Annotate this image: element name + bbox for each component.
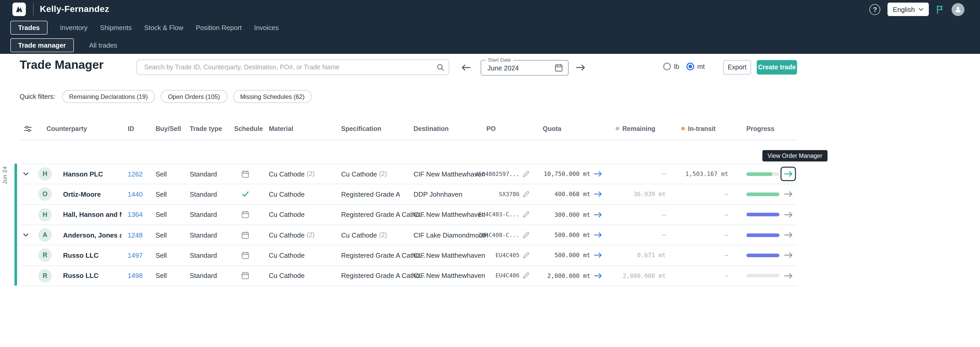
tab-trade-manager[interactable]: Trade manager — [10, 38, 74, 52]
trade-id-link[interactable]: 1498 — [128, 272, 143, 280]
quota-arrow-icon[interactable] — [594, 212, 602, 218]
destination-value: CIF New Matthewhaven — [414, 170, 485, 178]
open-order-manager-button[interactable] — [781, 248, 796, 263]
remaining-value: 36.939 mt — [633, 191, 666, 198]
trade-id-link[interactable]: 1440 — [128, 190, 143, 198]
po-value: EU4C405 — [495, 252, 519, 259]
tab-stock-flow[interactable]: Stock & Flow — [144, 24, 183, 31]
search-input[interactable] — [137, 59, 449, 75]
counterparty-name: Hall, Hanson and Miller — [63, 211, 121, 219]
quota-arrow-icon[interactable] — [594, 252, 602, 259]
filter-chip-open-orders[interactable]: Open Orders (105) — [161, 90, 227, 103]
table-row: A Anderson, Jones and ... 1248 Sell Stan… — [20, 225, 797, 246]
tab-all-trades[interactable]: All trades — [89, 41, 117, 49]
next-period-button[interactable] — [574, 61, 587, 74]
help-icon[interactable]: ? — [870, 4, 880, 15]
edit-po-icon[interactable] — [523, 191, 529, 198]
edit-po-icon[interactable] — [523, 211, 529, 218]
material-count: (2) — [307, 231, 315, 238]
row-expander[interactable] — [20, 225, 32, 245]
specification-value: Registered Grade A — [341, 190, 400, 198]
trades-table-body: H Hanson PLC 1262 Sell Standard Cu Catho… — [20, 163, 797, 286]
schedule-calendar-icon[interactable] — [228, 246, 262, 265]
tab-inventory[interactable]: Inventory — [60, 24, 88, 31]
arrow-right-icon — [784, 273, 792, 279]
start-date-label: Start Date — [486, 57, 513, 62]
schedule-calendar-icon[interactable] — [228, 205, 262, 225]
open-order-manager-button[interactable] — [781, 187, 796, 201]
open-order-manager-button[interactable] — [781, 166, 796, 181]
flag-icon[interactable] — [936, 5, 944, 14]
app-header: Kelly-Fernandez ? English — [0, 0, 980, 19]
trade-id-link[interactable]: 1248 — [128, 231, 143, 239]
tab-position-report[interactable]: Position Report — [196, 24, 242, 31]
quota-arrow-icon[interactable] — [594, 171, 602, 177]
trade-id-link[interactable]: 1497 — [128, 251, 143, 259]
po-value: EU4C403-C... — [478, 211, 519, 218]
arrow-left-icon — [461, 64, 471, 70]
edit-po-icon[interactable] — [523, 272, 529, 279]
table-row: H Hall, Hanson and Miller 1364 Sell Stan… — [20, 205, 797, 225]
quota-arrow-icon[interactable] — [594, 273, 602, 279]
arrow-right-icon — [784, 212, 792, 218]
open-order-manager-button[interactable] — [781, 269, 796, 283]
trade-id-link[interactable]: 1364 — [128, 211, 143, 219]
in-transit-value: – — [725, 272, 728, 280]
buy-sell-value: Sell — [156, 170, 167, 178]
company-name: Kelly-Fernandez — [40, 4, 109, 14]
tooltip-view-order-manager: View Order Manager — [762, 150, 827, 162]
trade-type-value: Standard — [190, 272, 217, 280]
tab-shipments[interactable]: Shipments — [100, 24, 132, 31]
column-in-transit: In-transit — [675, 125, 740, 132]
quota-arrow-icon[interactable] — [594, 191, 602, 197]
quota-arrow-icon[interactable] — [594, 232, 602, 238]
tab-trades[interactable]: Trades — [10, 21, 48, 34]
trade-id-link[interactable]: 1262 — [128, 170, 143, 178]
tab-invoices[interactable]: Invoices — [254, 24, 278, 31]
header-divider — [33, 3, 33, 16]
remaining-value: – — [662, 231, 666, 238]
user-avatar[interactable] — [951, 3, 964, 16]
unit-lb-radio[interactable]: lb — [663, 62, 679, 70]
export-button[interactable]: Export — [723, 60, 751, 75]
schedule-calendar-icon[interactable] — [228, 164, 262, 184]
schedule-calendar-icon[interactable] — [228, 266, 262, 286]
trade-type-value: Standard — [190, 211, 217, 219]
edit-po-icon[interactable] — [523, 232, 529, 238]
create-trade-button[interactable]: Create trade — [757, 60, 797, 75]
specification-value: Cu Cathode — [341, 170, 377, 178]
edit-po-icon[interactable] — [523, 171, 529, 177]
open-order-manager-button[interactable] — [781, 208, 796, 222]
language-selector[interactable]: English — [888, 3, 929, 16]
in-transit-value: – — [725, 191, 728, 198]
po-value: SX3786 — [499, 191, 520, 198]
schedule-calendar-icon[interactable] — [228, 225, 262, 245]
column-settings-icon[interactable] — [20, 125, 46, 132]
row-expander[interactable] — [20, 164, 32, 184]
language-label: English — [893, 5, 915, 13]
table-header: Counterparty ID Buy/Sell Trade type Sche… — [20, 117, 797, 140]
material-value: Cu Cathode — [269, 251, 305, 259]
open-order-manager-button[interactable] — [781, 228, 796, 242]
in-transit-value: – — [725, 231, 728, 238]
column-quota: Quota — [536, 125, 609, 132]
remaining-value: – — [662, 211, 666, 218]
person-icon — [954, 5, 962, 13]
unit-mt-radio[interactable]: mt — [686, 62, 705, 70]
search-icon[interactable] — [436, 63, 444, 74]
column-counterparty: Counterparty — [46, 125, 121, 132]
trade-type-value: Standard — [190, 251, 217, 259]
po-value: EU4C406 — [495, 272, 519, 279]
edit-po-icon[interactable] — [523, 252, 529, 259]
calendar-icon[interactable] — [555, 64, 563, 72]
chevron-down-icon — [23, 171, 29, 177]
start-date-field[interactable]: Start Date June 2024 — [481, 60, 569, 75]
column-id: ID — [121, 125, 150, 132]
quick-filters-label: Quick filters: — [20, 93, 55, 100]
counterparty-avatar: A — [38, 228, 52, 242]
filter-chip-remaining-declarations[interactable]: Remaining Declarations (19) — [62, 90, 155, 103]
counterparty-name: Russo LLC — [63, 272, 99, 280]
filter-chip-missing-schedules[interactable]: Missing Schedules (62) — [233, 90, 312, 103]
previous-period-button[interactable] — [459, 61, 473, 74]
specification-count: (2) — [379, 231, 387, 238]
